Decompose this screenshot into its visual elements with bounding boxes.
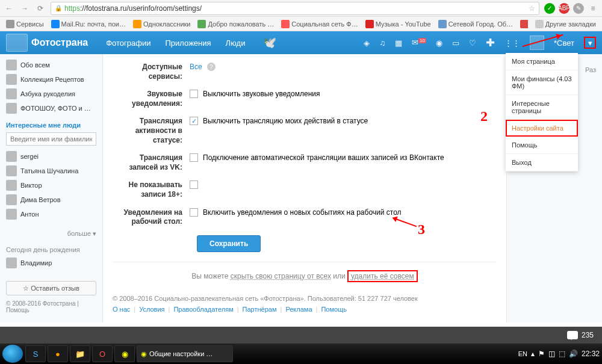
save-button[interactable]: Сохранить [197, 235, 261, 252]
adblock-icon[interactable]: ABP [559, 3, 569, 14]
menu-icon[interactable]: ≡ [588, 3, 598, 14]
checkbox-desktop[interactable] [190, 208, 198, 217]
sidebar-top-link[interactable]: ФОТОШОУ, ФОТО и … [6, 101, 96, 116]
dropdown-item[interactable]: Помощь [506, 137, 578, 154]
sidebar-person[interactable]: sergei [6, 149, 96, 164]
favicon [365, 20, 374, 28]
back-button[interactable]: ← [4, 3, 14, 14]
footer-link[interactable]: Помощь [321, 306, 347, 313]
logo[interactable]: Фотострана [6, 34, 88, 52]
music-icon[interactable]: ♫ [379, 39, 385, 48]
sidebar-item-label: Владимир [20, 259, 52, 267]
extension-icon[interactable]: ✓ [544, 3, 555, 14]
heart-icon[interactable]: ♡ [469, 39, 476, 48]
user-avatar[interactable] [530, 35, 544, 50]
footer-link[interactable]: Партнёрам [243, 306, 277, 313]
delete-page-link[interactable]: удалить её совсем [347, 270, 418, 282]
tray-volume-icon[interactable]: 🔊 [569, 350, 578, 358]
taskbar-opera-icon[interactable]: O [92, 345, 113, 362]
tray-flag-icon[interactable]: ⚑ [538, 350, 545, 358]
grid-icon[interactable]: ⋮⋮ [504, 39, 520, 48]
nav-people[interactable]: Люди [226, 39, 246, 48]
sidebar-person[interactable]: Антон [6, 207, 96, 221]
forward-button[interactable]: → [19, 3, 30, 14]
sidebar-person[interactable]: Дима Ветров [6, 193, 96, 207]
tray-action-icon[interactable]: ⬚ [559, 350, 565, 358]
username[interactable]: *Свет [554, 39, 574, 48]
reload-button[interactable]: ⟳ [35, 3, 46, 14]
footer-link[interactable]: Реклама [285, 306, 312, 313]
taskbar-skype-icon[interactable]: S [25, 345, 46, 362]
address-bar[interactable]: 🔒 https ://fotostrana.ru/userinfo/room/s… [51, 2, 539, 15]
leave-review-button[interactable]: ☆ Оставить отзыв [6, 281, 96, 295]
sidebar-more-link[interactable]: больше ▾ [6, 227, 96, 240]
dropdown-item[interactable]: Выход [506, 154, 578, 171]
left-sidebar: Обо всемКоллекция РецептовАзбука рукодел… [0, 54, 102, 322]
tray-network-icon[interactable]: ◫ [548, 350, 555, 358]
label-services: Доступные сервисы: [113, 63, 190, 81]
bookmark-label: Mail.Ru: почта, пои… [61, 20, 126, 28]
dropdown-item[interactable]: Мои финансы (4.03 ФМ) [506, 70, 578, 95]
tv-icon[interactable]: ▭ [452, 39, 459, 48]
checkbox-sound[interactable] [190, 90, 198, 98]
checkbox-activity[interactable]: ✓ [190, 117, 198, 125]
footer-link[interactable]: О нас [113, 306, 130, 313]
hide-page-link[interactable]: скрыть свою страницу от всех [231, 272, 331, 280]
nav-photos[interactable]: Фотографии [106, 39, 150, 48]
sidebar-top-link[interactable]: Азбука рукоделия [6, 87, 96, 101]
nav-apps[interactable]: Приложения [165, 39, 211, 48]
bookmark-item[interactable]: Сетевой Город. Об… [436, 19, 516, 29]
messages-icon[interactable]: ✉10 [412, 38, 426, 47]
text-activity: Выключить трансляцию моих действий в ста… [203, 117, 368, 125]
footer-link[interactable]: Правообладателям [173, 306, 233, 313]
services-all-link[interactable]: Все [190, 63, 202, 71]
bookmark-item[interactable]: Смешные истории … [518, 19, 528, 29]
sidebar-person[interactable]: Виктор [6, 178, 96, 193]
plus-icon[interactable]: ✚ [486, 36, 495, 49]
bookmark-star-icon[interactable]: ☆ [529, 4, 535, 13]
right-expand-link[interactable]: Раз [585, 66, 596, 73]
sidebar-top-link[interactable]: Коллекция Рецептов [6, 72, 96, 87]
checkbox-vk[interactable] [190, 153, 198, 162]
taskbar-chrome-icon[interactable]: ◉ [114, 345, 135, 362]
sidebar-item-label: Азбука рукоделия [20, 90, 75, 97]
extension-icon[interactable]: ✎ [573, 3, 584, 14]
help-icon[interactable]: ? [207, 63, 216, 71]
dropdown-item[interactable]: Моя страница [506, 53, 578, 70]
sidebar-item-label: Дима Ветров [20, 196, 61, 203]
bookmark-item[interactable]: Одноклассники [131, 19, 193, 29]
taskbar-folder-icon[interactable]: 📁 [70, 345, 90, 362]
bookmark-item[interactable]: Добро пожаловать … [195, 19, 276, 29]
start-button[interactable] [2, 345, 23, 363]
tray-clock[interactable]: 22:32 [582, 350, 600, 358]
sidebar-birthday-person[interactable]: Владимир [6, 256, 96, 270]
taskbar-active-window[interactable]: ◉ Общие настройки … [137, 345, 233, 362]
folder-icon [535, 20, 544, 28]
tray-lang[interactable]: EN [518, 350, 527, 357]
other-bookmarks[interactable]: Другие закладки [533, 19, 598, 29]
bookmark-item[interactable]: Mail.Ru: почта, пои… [49, 19, 128, 29]
globe-icon[interactable]: ◉ [436, 39, 442, 48]
bookmark-item[interactable]: Сервисы [4, 19, 46, 29]
sidebar-person[interactable]: Татьяна Шучалина [6, 164, 96, 178]
hide-middle: или [333, 272, 347, 280]
favicon [51, 20, 60, 28]
footer-link[interactable]: Условия [139, 306, 164, 313]
tray-arrow-icon[interactable]: ▴ [531, 350, 535, 358]
bookmark-item[interactable]: Социальная сеть Ф… [279, 19, 360, 29]
chat-icon[interactable] [567, 331, 578, 339]
text-desktop: Включить уведомления о новых событиях на… [203, 208, 402, 217]
checkbox-adult[interactable] [190, 180, 198, 189]
dropdown-item[interactable]: Интересные страницы [506, 95, 578, 120]
bookmark-item[interactable]: Музыка - YouTube [363, 19, 433, 29]
taskbar-firefox-icon[interactable]: ● [48, 345, 68, 362]
diamond-icon[interactable]: ◈ [364, 39, 370, 48]
feed-icon[interactable]: ▦ [395, 39, 402, 48]
dropdown-item[interactable]: Настройки сайта [506, 120, 578, 137]
user-dropdown-toggle[interactable]: ▾ [584, 37, 596, 49]
sidebar-item-label: Коллекция Рецептов [20, 76, 84, 83]
people-search-input[interactable] [6, 132, 96, 146]
sidebar-top-link[interactable]: Обо всем [6, 58, 96, 72]
url-path: ://fotostrana.ru/userinfo/room/settings/ [80, 4, 202, 13]
footer-copyright: © 2008–2016 Социально-развлекательная се… [113, 295, 497, 302]
